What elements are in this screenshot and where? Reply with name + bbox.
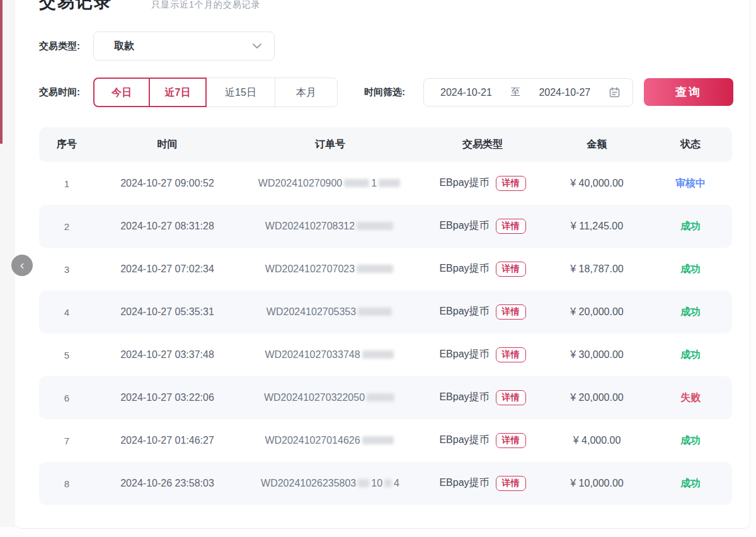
table-row: 22024-10-27 08:31:28WD2024102708312EBpay… [39, 205, 732, 248]
redaction-blur [384, 479, 392, 487]
order-number-text: WD20241027014626 [265, 435, 360, 446]
row-index: 4 [39, 307, 94, 318]
order-number-text: 1 [371, 178, 377, 188]
row-status: 成功 [649, 477, 732, 490]
records-table: 序号时间订单号交易类型金额状态 12024-10-27 09:00:52WD20… [39, 127, 732, 505]
row-time: 2024-10-26 23:58:03 [94, 478, 240, 489]
redaction-blur [362, 350, 394, 359]
redaction-blur [344, 179, 369, 187]
order-number-text: 10 [371, 478, 382, 488]
row-time: 2024-10-27 09:00:52 [94, 178, 240, 189]
transaction-type-text: EBpay提币 [439, 306, 489, 316]
row-type: EBpay提币详情 [420, 433, 545, 448]
row-status: 审核中 [649, 177, 732, 190]
table-row: 12024-10-27 09:00:52WD2024102709001EBpay… [39, 162, 732, 205]
row-amount: ¥ 40,000.00 [545, 178, 649, 189]
column-header: 序号 [39, 138, 94, 151]
order-number-text: WD2024102708312 [265, 221, 355, 231]
row-order-number: WD2024102705353 [240, 306, 420, 318]
transaction-type-label: 交易类型: [39, 40, 80, 52]
row-status: 成功 [649, 306, 732, 319]
time-filter-今日[interactable]: 今日 [93, 78, 150, 107]
row-index: 5 [39, 350, 94, 361]
row-type: EBpay提币详情 [420, 219, 545, 234]
card-header: 交易记录 只显示近1个月的交易记录 [39, 0, 261, 13]
transaction-type-text: EBpay提币 [439, 477, 489, 488]
order-number-text: 4 [394, 478, 399, 488]
table-row: 42024-10-27 05:35:31WD2024102705353EBpay… [39, 291, 732, 333]
transaction-type-text: EBpay提币 [439, 391, 489, 402]
row-status: 成功 [649, 434, 732, 448]
redaction-blur [379, 179, 400, 187]
row-index: 1 [39, 178, 94, 189]
redaction-blur [357, 265, 393, 273]
redaction-blur [362, 436, 394, 444]
redaction-blur [357, 222, 393, 230]
row-type: EBpay提币详情 [420, 262, 545, 277]
table-header: 序号时间订单号交易类型金额状态 [39, 127, 732, 162]
detail-button[interactable]: 详情 [496, 304, 526, 320]
time-range-label: 时间筛选: [364, 86, 405, 98]
transaction-time-label: 交易时间: [39, 86, 80, 98]
transaction-type-text: EBpay提币 [439, 349, 489, 359]
row-index: 8 [39, 478, 94, 489]
column-header: 金额 [545, 138, 649, 151]
row-amount: ¥ 30,000.00 [545, 349, 649, 361]
row-time: 2024-10-27 07:02:34 [94, 263, 240, 275]
row-amount: ¥ 4,000.00 [545, 435, 649, 446]
row-status: 成功 [649, 349, 732, 362]
column-header: 时间 [94, 138, 240, 151]
detail-button[interactable]: 详情 [496, 219, 526, 234]
row-time: 2024-10-27 08:31:28 [94, 221, 240, 232]
records-card: 交易记录 只显示近1个月的交易记录 交易类型: 取款 交易时间: 今日近7日近1… [15, 0, 750, 529]
row-amount: ¥ 20,000.00 [545, 392, 649, 403]
row-amount: ¥ 11,245.00 [545, 221, 649, 232]
time-filter-近7日[interactable]: 近7日 [149, 78, 207, 107]
row-index: 3 [39, 264, 94, 275]
redaction-blur [367, 393, 394, 401]
row-type: EBpay提币详情 [420, 176, 545, 191]
row-order-number: WD20241027014626 [240, 435, 420, 446]
query-button[interactable]: 查询 [644, 78, 733, 106]
order-number-text: WD202410270322050 [264, 392, 365, 403]
detail-button[interactable]: 详情 [496, 433, 526, 448]
row-order-number: WD202410270322050 [240, 392, 420, 403]
time-filter-近15日[interactable]: 近15日 [206, 78, 275, 107]
column-header: 交易类型 [420, 138, 545, 151]
table-body: 12024-10-27 09:00:52WD2024102709001EBpay… [39, 162, 732, 505]
time-filter-本月[interactable]: 本月 [275, 78, 338, 107]
row-time: 2024-10-27 01:46:27 [94, 435, 240, 446]
row-order-number: WD2024102707023 [240, 263, 420, 275]
detail-button[interactable]: 详情 [496, 347, 526, 362]
detail-button[interactable]: 详情 [496, 262, 526, 277]
order-number-text: WD2024102707023 [265, 263, 355, 274]
transaction-records-page: ‹ 交易记录 只显示近1个月的交易记录 交易类型: 取款 交易时间: 今日近7日… [0, 0, 756, 537]
detail-button[interactable]: 详情 [496, 176, 526, 191]
column-header: 订单号 [240, 138, 420, 151]
row-index: 2 [39, 221, 94, 232]
redaction-blur [358, 308, 392, 316]
table-row: 82024-10-26 23:58:03WD20241026235803104E… [39, 462, 732, 505]
row-order-number: WD2024102708312 [240, 221, 420, 232]
row-status: 失败 [649, 391, 732, 405]
order-number-text: WD2024102705353 [266, 306, 356, 317]
date-from-value: 2024-10-21 [440, 87, 492, 98]
table-row: 32024-10-27 07:02:34WD2024102707023EBpay… [39, 248, 732, 291]
calendar-icon [609, 87, 620, 98]
date-range-separator: 至 [511, 86, 520, 98]
row-time: 2024-10-27 03:37:48 [94, 349, 240, 361]
table-row: 62024-10-27 03:22:06WD202410270322050EBp… [39, 376, 732, 419]
time-quick-filters: 今日近7日近15日本月 [93, 78, 338, 107]
transaction-type-select[interactable]: 取款 [93, 32, 275, 61]
date-to-value: 2024-10-27 [539, 87, 590, 98]
date-range-picker[interactable]: 2024-10-21 至 2024-10-27 [423, 78, 633, 107]
column-header: 状态 [649, 138, 732, 151]
row-order-number: WD2024102709001 [240, 178, 420, 189]
row-type: EBpay提币详情 [420, 347, 545, 362]
row-status: 成功 [649, 220, 732, 233]
detail-button[interactable]: 详情 [496, 390, 526, 405]
row-time: 2024-10-27 03:22:06 [94, 392, 240, 403]
detail-button[interactable]: 详情 [496, 476, 526, 491]
collapse-panel-button[interactable]: ‹ [11, 255, 33, 276]
order-number-text: WD20241027033748 [265, 349, 360, 360]
